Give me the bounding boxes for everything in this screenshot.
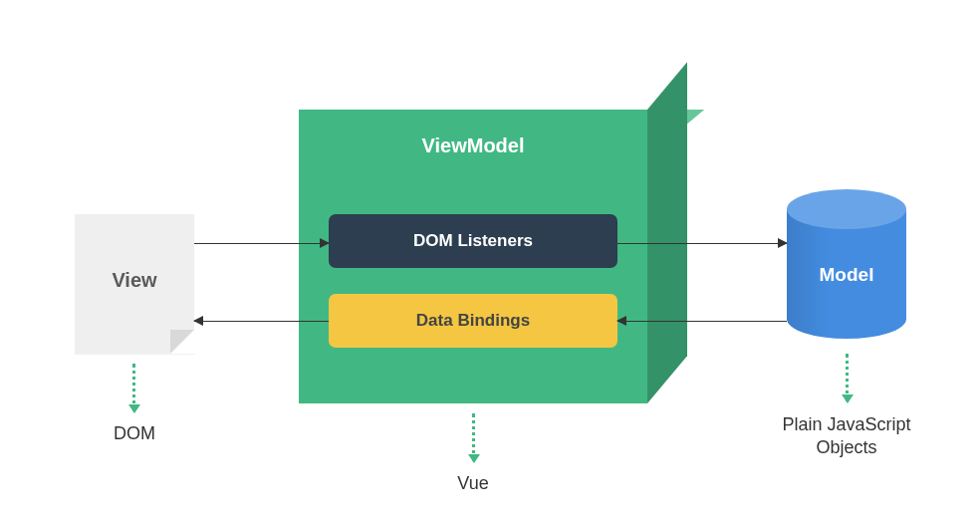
view-block: View xyxy=(75,214,194,354)
arrow-listeners-to-model xyxy=(617,243,787,244)
view-title: View xyxy=(75,269,194,292)
dotted-pointer-viewmodel xyxy=(472,413,475,461)
arrow-bindings-to-view xyxy=(194,321,329,322)
dotted-pointer-view xyxy=(132,364,135,411)
viewmodel-block: ViewModel DOM Listeners Data Bindings xyxy=(299,110,647,403)
diagram-stage: View ViewModel DOM Listeners Data Bindin… xyxy=(0,0,980,521)
dotted-pointer-model xyxy=(846,354,849,401)
dom-listeners-box: DOM Listeners xyxy=(329,214,617,268)
data-bindings-label: Data Bindings xyxy=(416,311,530,331)
viewmodel-sublabel: Vue xyxy=(388,473,558,494)
data-bindings-box: Data Bindings xyxy=(329,294,617,348)
cylinder-top xyxy=(787,189,906,229)
cube-right-face xyxy=(647,62,687,403)
arrow-model-to-bindings xyxy=(617,321,787,322)
model-sublabel: Plain JavaScript Objects xyxy=(757,413,936,460)
model-block: Model xyxy=(787,189,906,339)
model-title: Model xyxy=(787,264,906,286)
cube-front-face: ViewModel DOM Listeners Data Bindings xyxy=(299,110,647,403)
view-sublabel: DOM xyxy=(75,423,194,444)
arrow-view-to-listeners xyxy=(194,243,329,244)
dom-listeners-label: DOM Listeners xyxy=(413,231,533,251)
viewmodel-title: ViewModel xyxy=(299,134,647,157)
